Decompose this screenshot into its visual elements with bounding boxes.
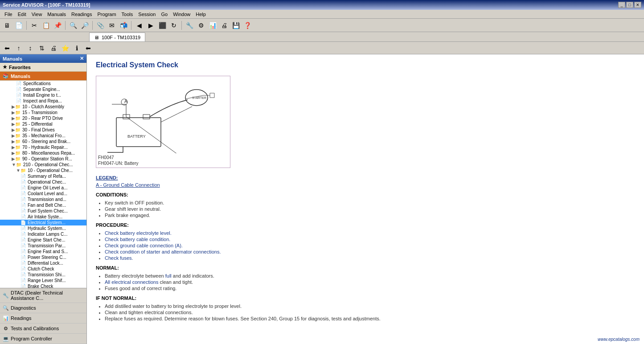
dtac-label: DTAC (Dealer Technical Assistance C... <box>11 290 84 301</box>
tree-item[interactable]: 📄Engine Fast and S... <box>0 249 86 254</box>
tree-item[interactable]: ▶📁35 - Mechanical Fro... <box>0 133 86 139</box>
conditions-section: CONDITIONS: Key switch in OFF position. … <box>96 192 635 218</box>
favorites-nav[interactable]: ★ Favorites <box>0 63 86 72</box>
tree-item[interactable]: 📄Clutch Check <box>0 266 86 272</box>
toolbar2-btn-7[interactable]: ℹ <box>71 43 82 53</box>
toolbar2-btn-3[interactable]: ↕ <box>25 43 36 53</box>
toolbar-btn-4[interactable]: 📋 <box>41 20 51 31</box>
dtac-nav[interactable]: 🔧 DTAC (Dealer Technical Assistance C... <box>0 288 86 303</box>
menu-item-window[interactable]: Window <box>170 11 193 18</box>
tree-item[interactable]: 📄Engine Oil Level a... <box>0 185 86 191</box>
toolbar2-btn-1[interactable]: ⬅ <box>2 43 12 53</box>
doc-tab[interactable]: 🖥 100F - TM103319 <box>89 33 145 41</box>
tree-item[interactable]: 📄Fan and Belt Che... <box>0 202 86 208</box>
toolbar-btn-13[interactable]: 📊 <box>207 20 218 31</box>
document-icon: 📄 <box>21 238 26 242</box>
minimize-button[interactable]: _ <box>618 2 625 8</box>
toolbar-btn-12[interactable]: ⚙ <box>196 20 206 31</box>
nav-forward-button[interactable]: ▶ <box>145 20 156 31</box>
tree-item[interactable]: 📄Coolant Level and... <box>0 191 86 197</box>
toolbar-btn-5[interactable]: 📌 <box>52 20 63 31</box>
menu-item-readings[interactable]: Readings <box>69 11 94 18</box>
tree-item[interactable]: ▶📁70 - Hydraulic Repair... <box>0 144 86 150</box>
toolbar2-btn-4[interactable]: ⇅ <box>37 43 47 53</box>
tree-item[interactable]: ▶📁25 - Differential <box>0 121 86 127</box>
tree-item[interactable]: 📄Air Intake Syste... <box>0 214 86 220</box>
program-nav[interactable]: 💻 Program Controller <box>0 334 86 344</box>
tree-container[interactable]: 📄Specifications📄Separate Engine...📄Insta… <box>0 81 86 288</box>
tree-item[interactable]: 📄Inspect and Repa... <box>0 98 86 104</box>
toolbar-btn-16[interactable]: ❓ <box>242 20 253 31</box>
menu-item-file[interactable]: File <box>2 11 15 18</box>
tree-item-label: 70 - Hydraulic Repair... <box>22 145 68 150</box>
tree-item[interactable]: ▶📁20 - Rear PTO Drive <box>0 115 86 121</box>
nav-back-button[interactable]: ◀ <box>134 20 144 31</box>
tree-item-label: 15 - Transmission <box>22 110 57 115</box>
toolbar-btn-15[interactable]: 💾 <box>230 20 241 31</box>
tree-item[interactable]: 📄Separate Engine... <box>0 86 86 92</box>
toolbar2-btn-5[interactable]: 🖨 <box>48 43 59 53</box>
tree-item[interactable]: ▶📁60 - Steering and Brak... <box>0 139 86 144</box>
tree-item-label: Inspect and Repa... <box>23 98 62 103</box>
manuals-nav[interactable]: 📚 Manuals <box>0 72 86 81</box>
tree-item[interactable]: 📄Indicator Lamps C... <box>0 231 86 237</box>
toolbar2-btn-6[interactable]: ⭐ <box>60 43 70 53</box>
tree-item[interactable]: ▼📁210 - Operational Chec... <box>0 162 86 168</box>
tree-item[interactable]: 📄Summary of Refa... <box>0 173 86 179</box>
readings-nav[interactable]: 📊 Readings <box>0 313 86 324</box>
tree-item[interactable]: 📄Differential Lock... <box>0 260 86 266</box>
menu-item-program[interactable]: Program <box>94 11 119 18</box>
toolbar-btn-9[interactable]: ✉ <box>107 20 117 31</box>
diagram-container: BATTERY STARTER A <box>96 76 635 172</box>
toolbar2-btn-8[interactable]: ⬅ <box>83 43 94 53</box>
tree-item[interactable]: 📄Electrical System... <box>0 220 86 225</box>
nav-refresh-button[interactable]: ↻ <box>168 20 179 31</box>
tree-item[interactable]: 📄Engine Start Che... <box>0 237 86 243</box>
menu-item-go[interactable]: Go <box>158 11 170 18</box>
toolbar-btn-7[interactable]: 🔎 <box>79 20 90 31</box>
tests-nav[interactable]: ⚙ Tests and Calibrations <box>0 324 86 334</box>
toolbar2-btn-2[interactable]: ↑ <box>13 43 24 53</box>
left-panel-close-button[interactable]: ✕ <box>80 56 84 61</box>
toolbar-btn-6[interactable]: 🔍 <box>68 20 78 31</box>
tree-item[interactable]: 📄Range Lever Shif... <box>0 278 86 283</box>
tree-item[interactable]: 📄Transmission Shi... <box>0 272 86 278</box>
menu-item-tools[interactable]: Tools <box>119 11 136 18</box>
tree-item[interactable]: ▼📁10 - Operational Che... <box>0 168 86 173</box>
tree-item[interactable]: 📄Transmission and... <box>0 197 86 202</box>
menu-item-view[interactable]: View <box>29 11 45 18</box>
toolbar-btn-10[interactable]: 📬 <box>118 20 129 31</box>
menu-item-manuals[interactable]: Manuals <box>45 11 69 18</box>
diagnostics-nav[interactable]: 🔍 Diagnostics <box>0 303 86 313</box>
tree-item[interactable]: ▶📁90 - Operator Station R... <box>0 156 86 162</box>
tree-item[interactable]: ▶📁80 - Miscellaneous Repa... <box>0 150 86 156</box>
menu-item-help[interactable]: Help <box>193 11 209 18</box>
tree-item[interactable]: 📄Specifications <box>0 81 86 86</box>
toolbar-btn-8[interactable]: 📎 <box>95 20 106 31</box>
tree-item[interactable]: ▶📁15 - Transmission <box>0 110 86 115</box>
toolbar-btn-1[interactable]: 🖥 <box>2 20 12 31</box>
window-controls[interactable]: _ □ ✕ <box>618 2 641 8</box>
tree-item-label: Fuel System Chec... <box>28 209 68 213</box>
tree-item[interactable]: 📄Brake Check <box>0 283 86 288</box>
legend-item-a[interactable]: A - Ground Cable Connection <box>96 182 635 188</box>
document-icon: 📄 <box>21 284 26 288</box>
tree-item[interactable]: 📄Fuel System Chec... <box>0 208 86 214</box>
menu-item-edit[interactable]: Edit <box>15 11 29 18</box>
tree-item[interactable]: ▶📁10 - Clutch Assembly <box>0 104 86 110</box>
maximize-button[interactable]: □ <box>626 2 633 8</box>
toolbar-btn-11[interactable]: 🔧 <box>184 20 195 31</box>
content-area[interactable]: Electrical System Check BATTERY <box>87 54 644 344</box>
tree-item[interactable]: 📄Transmission Par... <box>0 243 86 249</box>
tree-item[interactable]: ▶📁30 - Final Drives <box>0 127 86 133</box>
tree-item[interactable]: 📄Hydraulic System... <box>0 225 86 231</box>
tree-item[interactable]: 📄Operational Chec... <box>0 179 86 185</box>
toolbar-btn-2[interactable]: 📄 <box>13 20 24 31</box>
close-button[interactable]: ✕ <box>634 2 641 8</box>
menu-item-session[interactable]: Session <box>135 11 158 18</box>
tree-item[interactable]: 📄Install Engine to t... <box>0 92 86 98</box>
toolbar-btn-3[interactable]: ✂ <box>29 20 40 31</box>
toolbar-btn-14[interactable]: 🖨 <box>219 20 230 31</box>
tree-item[interactable]: 📄Power Steering C... <box>0 254 86 260</box>
nav-stop-button[interactable]: ⬛ <box>157 20 168 31</box>
